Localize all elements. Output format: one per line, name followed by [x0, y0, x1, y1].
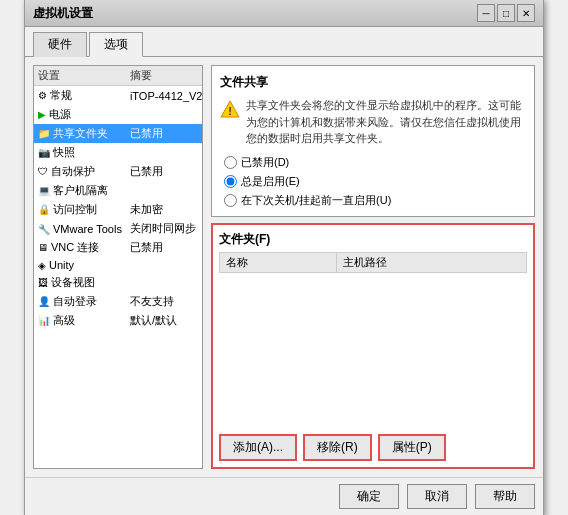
list-item[interactable]: 📁共享文件夹已禁用 — [34, 124, 203, 143]
maximize-button[interactable]: □ — [497, 4, 515, 22]
client-high-icon: 💻 — [38, 185, 50, 196]
setting-name: 🔒访问控制 — [34, 200, 126, 219]
dialog-title: 虚拟机设置 — [33, 5, 93, 22]
setting-summary: 默认/默认 — [126, 311, 203, 330]
setting-name: 🔧VMware Tools — [34, 219, 126, 238]
radio-disabled-label: 已禁用(D) — [241, 155, 289, 170]
dialog-body: 设置 摘要 ⚙常规iTOP-4412_V2.0▶电源📁共享文件夹已禁用📷快照🛡自… — [25, 57, 543, 477]
list-item[interactable]: 🖼设备视图 — [34, 273, 203, 292]
list-item[interactable]: ◈Unity — [34, 257, 203, 273]
radio-until-shutdown[interactable]: 在下次关机/挂起前一直启用(U) — [224, 193, 526, 208]
setting-name: 💻客户机隔离 — [34, 181, 126, 200]
right-panel: 文件共享 ! 共享文件夹会将您的文件显示给虚拟机中的程序。这可能为您的计算机和数… — [211, 65, 535, 469]
setting-summary: 已禁用 — [126, 124, 203, 143]
list-item[interactable]: 📷快照 — [34, 143, 203, 162]
access-control-icon: 🔒 — [38, 204, 50, 215]
folder-section-title: 文件夹(F) — [219, 231, 527, 248]
setting-summary — [126, 105, 203, 124]
col-setting: 设置 — [34, 66, 126, 86]
setting-name: 🖼设备视图 — [34, 273, 126, 292]
folder-col-host-path: 主机路径 — [336, 252, 526, 272]
setting-name: 📁共享文件夹 — [34, 124, 126, 143]
setting-summary — [126, 181, 203, 200]
action-buttons: 添加(A)... 移除(R) 属性(P) — [219, 434, 527, 461]
help-button[interactable]: 帮助 — [475, 484, 535, 509]
ok-button[interactable]: 确定 — [339, 484, 399, 509]
list-item[interactable]: 🔒访问控制未加密 — [34, 200, 203, 219]
gear-icon: ⚙ — [38, 90, 47, 101]
tab-hardware[interactable]: 硬件 — [33, 32, 87, 57]
auto-login-icon: 👤 — [38, 296, 50, 307]
advanced-icon: 📊 — [38, 315, 50, 326]
setting-summary: iTOP-4412_V2.0 — [126, 86, 203, 106]
snapshot-icon: 📷 — [38, 147, 50, 158]
setting-name: ⚙常规 — [34, 86, 126, 106]
properties-button[interactable]: 属性(P) — [378, 434, 446, 461]
vnc-icon: 🖥 — [38, 242, 48, 253]
vmware-tools-icon: 🔧 — [38, 224, 50, 235]
dialog-window: 虚拟机设置 ─ □ ✕ 硬件 选项 设置 摘要 — [24, 0, 544, 515]
minimize-button[interactable]: ─ — [477, 4, 495, 22]
list-item[interactable]: 🔧VMware Tools关闭时同网步 — [34, 219, 203, 238]
title-bar: 虚拟机设置 ─ □ ✕ — [25, 0, 543, 27]
power-icon: ▶ — [38, 109, 46, 120]
title-controls: ─ □ ✕ — [477, 4, 535, 22]
list-item[interactable]: 📊高级默认/默认 — [34, 311, 203, 330]
setting-name: 🖥VNC 连接 — [34, 238, 126, 257]
radio-disabled-input[interactable] — [224, 156, 237, 169]
warning-icon: ! — [220, 97, 240, 147]
list-item[interactable]: 🛡自动保护已禁用 — [34, 162, 203, 181]
radio-always-label: 总是启用(E) — [241, 174, 300, 189]
svg-text:!: ! — [228, 105, 232, 117]
file-sharing-title: 文件共享 — [220, 74, 526, 91]
radio-always[interactable]: 总是启用(E) — [224, 174, 526, 189]
folder-share-icon: 📁 — [38, 128, 50, 139]
setting-name: ▶电源 — [34, 105, 126, 124]
device-view-icon: 🖼 — [38, 277, 48, 288]
setting-summary — [126, 257, 203, 273]
cancel-button[interactable]: 取消 — [407, 484, 467, 509]
setting-name: 👤自动登录 — [34, 292, 126, 311]
list-item[interactable]: 👤自动登录不友支持 — [34, 292, 203, 311]
sharing-options: 已禁用(D) 总是启用(E) 在下次关机/挂起前一直启用(U) — [224, 155, 526, 208]
setting-name: 📷快照 — [34, 143, 126, 162]
radio-disabled[interactable]: 已禁用(D) — [224, 155, 526, 170]
setting-name: ◈Unity — [34, 257, 126, 273]
col-summary: 摘要 — [126, 66, 203, 86]
setting-name: 🛡自动保护 — [34, 162, 126, 181]
tab-options[interactable]: 选项 — [89, 32, 143, 57]
folder-table: 名称 主机路径 — [219, 252, 527, 429]
warning-box: ! 共享文件夹会将您的文件显示给虚拟机中的程序。这可能为您的计算机和数据带来风险… — [220, 97, 526, 147]
autoprotect-icon: 🛡 — [38, 166, 48, 177]
radio-until-input[interactable] — [224, 194, 237, 207]
remove-button[interactable]: 移除(R) — [303, 434, 372, 461]
warning-text: 共享文件夹会将您的文件显示给虚拟机中的程序。这可能为您的计算机和数据带来风险。请… — [246, 97, 526, 147]
list-item[interactable]: ▶电源 — [34, 105, 203, 124]
folder-col-name: 名称 — [220, 252, 337, 272]
list-item[interactable]: 🖥VNC 连接已禁用 — [34, 238, 203, 257]
setting-summary: 未加密 — [126, 200, 203, 219]
setting-summary: 已禁用 — [126, 162, 203, 181]
tabs-bar: 硬件 选项 — [25, 27, 543, 57]
close-button[interactable]: ✕ — [517, 4, 535, 22]
file-sharing-section: 文件共享 ! 共享文件夹会将您的文件显示给虚拟机中的程序。这可能为您的计算机和数… — [211, 65, 535, 217]
dialog-footer: 确定 取消 帮助 — [25, 477, 543, 515]
add-button[interactable]: 添加(A)... — [219, 434, 297, 461]
unity-icon: ◈ — [38, 260, 46, 271]
setting-summary: 关闭时同网步 — [126, 219, 203, 238]
setting-summary: 不友支持 — [126, 292, 203, 311]
list-item[interactable]: ⚙常规iTOP-4412_V2.0 — [34, 86, 203, 106]
settings-list: 设置 摘要 ⚙常规iTOP-4412_V2.0▶电源📁共享文件夹已禁用📷快照🛡自… — [33, 65, 203, 469]
folder-empty-row — [220, 272, 527, 428]
radio-until-label: 在下次关机/挂起前一直启用(U) — [241, 193, 391, 208]
list-item[interactable]: 💻客户机隔离 — [34, 181, 203, 200]
radio-always-input[interactable] — [224, 175, 237, 188]
setting-summary: 已禁用 — [126, 238, 203, 257]
setting-name: 📊高级 — [34, 311, 126, 330]
folder-section: 文件夹(F) 名称 主机路径 添加(A)... — [211, 223, 535, 470]
setting-summary — [126, 143, 203, 162]
setting-summary — [126, 273, 203, 292]
